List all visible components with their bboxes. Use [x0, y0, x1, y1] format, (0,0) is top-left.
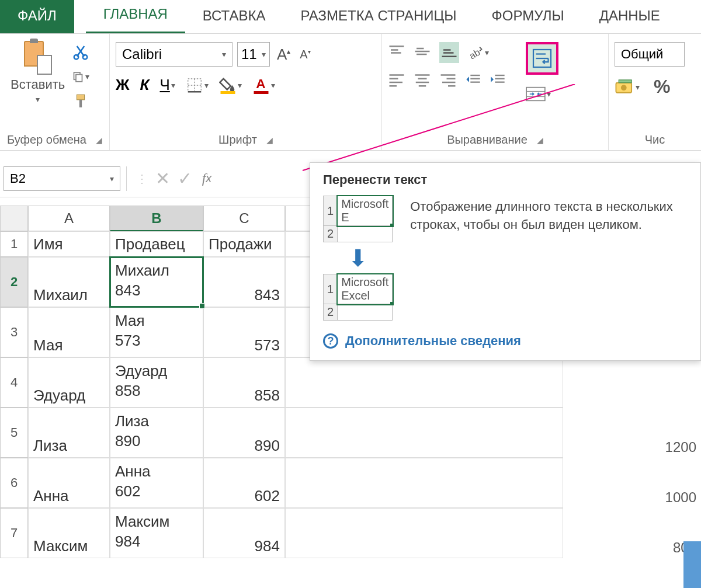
- paste-button[interactable]: Вставить ▾: [6, 39, 70, 106]
- cell[interactable]: [285, 458, 563, 508]
- cell[interactable]: Продажи: [203, 231, 285, 257]
- svg-point-1: [83, 55, 88, 60]
- ribbon-tabs: ФАЙЛ ГЛАВНАЯ ВСТАВКА РАЗМЕТКА СТРАНИЦЫ Ф…: [0, 0, 701, 34]
- currency-button[interactable]: ▾: [615, 77, 640, 97]
- alignment-dialog-launcher[interactable]: ◢: [537, 135, 543, 145]
- svg-point-48: [621, 85, 627, 91]
- align-top-button[interactable]: [388, 43, 405, 62]
- row-header[interactable]: 1: [0, 231, 28, 257]
- tooltip-more-link[interactable]: ? Дополнительные сведения: [323, 333, 688, 349]
- svg-rect-4: [77, 95, 85, 100]
- cell[interactable]: 858: [203, 357, 285, 408]
- fx-button[interactable]: fx: [196, 168, 218, 190]
- cut-button[interactable]: [72, 43, 89, 61]
- cell[interactable]: Анна602: [110, 458, 203, 508]
- cell[interactable]: Эдуард: [28, 357, 110, 408]
- row-header[interactable]: 7: [0, 508, 28, 558]
- align-bottom-button[interactable]: [439, 42, 459, 63]
- cell[interactable]: [285, 357, 563, 408]
- row-header[interactable]: 3: [0, 307, 28, 357]
- bold-button[interactable]: Ж: [116, 76, 130, 94]
- italic-button[interactable]: К: [140, 76, 150, 94]
- cell[interactable]: 573: [203, 307, 285, 357]
- cell[interactable]: 890: [203, 408, 285, 458]
- wrap-text-tooltip: Перенести текст 1Microsoft E2 ⬇ 1Microso…: [310, 162, 701, 361]
- grow-font-button[interactable]: A▴: [275, 46, 293, 64]
- clipboard-dialog-launcher[interactable]: ◢: [96, 135, 102, 145]
- row-header[interactable]: 6: [0, 458, 28, 508]
- orientation-button[interactable]: ab▾: [467, 44, 489, 61]
- tooltip-title: Перенести текст: [323, 172, 688, 187]
- svg-rect-44: [526, 88, 545, 101]
- cell[interactable]: Михаил: [28, 257, 110, 307]
- tab-insert[interactable]: ВСТАВКА: [185, 0, 283, 33]
- paste-label: Вставить: [11, 77, 65, 92]
- percent-button[interactable]: %: [654, 76, 670, 98]
- cell[interactable]: Имя: [28, 231, 110, 257]
- align-middle-button[interactable]: [414, 43, 431, 62]
- row-header[interactable]: 5: [0, 408, 28, 458]
- confirm-formula-button[interactable]: ✓: [173, 168, 196, 190]
- tooltip-demo: 1Microsoft E2 ⬇ 1MicrosoftExcel2: [323, 196, 393, 321]
- tab-formulas[interactable]: ФОРМУЛЫ: [474, 0, 582, 33]
- chart-y-axis: 1200 1000 800: [665, 439, 696, 556]
- cancel-formula-button[interactable]: ✕: [151, 168, 173, 190]
- align-left-button[interactable]: [388, 71, 405, 90]
- col-header[interactable]: C: [203, 206, 285, 231]
- font-size-dropdown[interactable]: 11▾: [237, 42, 270, 67]
- tab-file[interactable]: ФАЙЛ: [0, 0, 74, 33]
- align-center-button[interactable]: [414, 71, 431, 90]
- copy-button[interactable]: ▾: [72, 68, 89, 85]
- underline-button[interactable]: Ч▾: [159, 76, 175, 94]
- cell[interactable]: [285, 408, 563, 458]
- borders-button[interactable]: ▾: [186, 76, 209, 94]
- svg-rect-12: [254, 91, 268, 94]
- select-all-corner[interactable]: [0, 206, 28, 231]
- cell[interactable]: Максим984: [110, 508, 203, 558]
- cell[interactable]: Эдуард858: [110, 357, 203, 408]
- svg-rect-3: [76, 75, 82, 82]
- wrap-text-button[interactable]: [526, 42, 558, 75]
- col-header[interactable]: A: [28, 206, 110, 231]
- col-header[interactable]: B: [110, 206, 203, 231]
- row-header[interactable]: 4: [0, 357, 28, 408]
- svg-text:ab: ab: [467, 47, 482, 61]
- font-name-dropdown[interactable]: Calibri▾: [116, 42, 232, 67]
- chart-bar: [683, 541, 701, 588]
- tab-layout[interactable]: РАЗМЕТКА СТРАНИЦЫ: [283, 0, 474, 33]
- cell[interactable]: Лиза890: [110, 408, 203, 458]
- cell[interactable]: Лиза: [28, 408, 110, 458]
- row-header[interactable]: 2: [0, 257, 28, 307]
- shrink-font-button[interactable]: A▾: [297, 48, 313, 61]
- cell[interactable]: Анна: [28, 458, 110, 508]
- decrease-indent-button[interactable]: [465, 71, 481, 90]
- alignment-group-label: Выравнивание: [447, 133, 528, 147]
- merge-cells-button[interactable]: ▾: [526, 84, 558, 104]
- format-painter-button[interactable]: [72, 92, 89, 110]
- font-dialog-launcher[interactable]: ◢: [266, 135, 273, 145]
- align-right-button[interactable]: [439, 71, 457, 90]
- tooltip-description: Отображение длинного текста в нескольких…: [410, 196, 688, 321]
- cell[interactable]: [285, 508, 563, 558]
- name-box[interactable]: B2▾: [4, 166, 120, 191]
- cell-selected[interactable]: Михаил843: [110, 257, 203, 307]
- font-color-button[interactable]: A▾: [252, 76, 275, 94]
- tab-home[interactable]: ГЛАВНАЯ: [86, 0, 185, 33]
- cell[interactable]: Мая573: [110, 307, 203, 357]
- number-group-label: Чис: [645, 133, 665, 147]
- svg-rect-5: [79, 100, 82, 107]
- tab-data[interactable]: ДАННЫЕ: [582, 0, 678, 33]
- clipboard-group-label: Буфер обмена: [7, 133, 86, 147]
- cell[interactable]: 984: [203, 508, 285, 558]
- number-format-dropdown[interactable]: Общий: [615, 42, 685, 67]
- cell[interactable]: 602: [203, 458, 285, 508]
- cell[interactable]: 843: [203, 257, 285, 307]
- cell[interactable]: Продавец: [110, 231, 203, 257]
- cell[interactable]: Мая: [28, 307, 110, 357]
- fill-color-button[interactable]: ▾: [219, 76, 242, 94]
- svg-text:A: A: [256, 76, 265, 91]
- arrow-down-icon: ⬇: [348, 245, 368, 272]
- cell[interactable]: Максим: [28, 508, 110, 558]
- svg-point-0: [74, 55, 79, 60]
- increase-indent-button[interactable]: [490, 71, 506, 90]
